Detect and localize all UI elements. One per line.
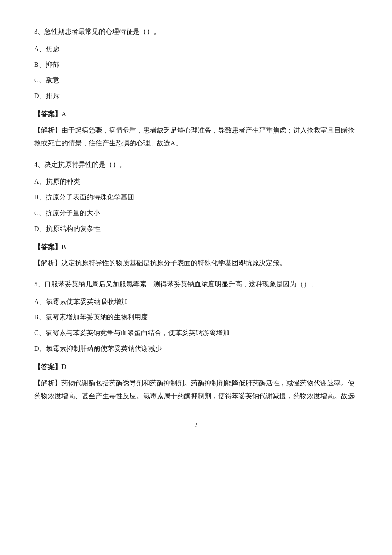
answer-3: 【答案】A — [34, 108, 358, 121]
option-3-a: A、焦虑 — [34, 43, 358, 55]
option-5-d: D、氯霉素抑制肝药酶使苯妥英钠代谢减少 — [34, 343, 358, 355]
option-3-d: D、排斥 — [34, 90, 358, 102]
question-5-text: 5、口服苯妥英纳几周后又加服氯霉素，测得苯妥英钠血浓度明显升高，这种现象是因为（… — [34, 278, 358, 291]
option-5-b: B、氯霉素增加苯妥英纳的生物利用度 — [34, 311, 358, 324]
question-4-text: 4、决定抗原特异性的是（）。 — [34, 159, 358, 171]
analysis-5: 【解析】药物代谢酶包括药酶诱导剂和药酶抑制剂。药酶抑制剂能降低肝药酶活性，减慢药… — [34, 377, 358, 403]
option-4-a: A、抗原的种类 — [34, 176, 358, 188]
option-4-c: C、抗原分子量的大小 — [34, 207, 358, 220]
answer-5: 【答案】D — [34, 361, 358, 373]
option-4-b: B、抗原分子表面的特殊化学基团 — [34, 191, 358, 204]
option-4-d: D、抗原结构的复杂性 — [34, 223, 358, 235]
question-5: 5、口服苯妥英纳几周后又加服氯霉素，测得苯妥英钠血浓度明显升高，这种现象是因为（… — [34, 278, 358, 403]
option-3-b: B、抑郁 — [34, 59, 358, 71]
question-4: 4、决定抗原特异性的是（）。 A、抗原的种类 B、抗原分子表面的特殊化学基团 C… — [34, 159, 358, 270]
analysis-3: 【解析】由于起病急骤，病情危重，患者缺乏足够心理准备，导致患者产生严重焦虑；进入… — [34, 124, 358, 150]
question-3: 3、急性期患者最常见的心理特征是（）。 A、焦虑 B、抑郁 C、敌意 D、排斥 … — [34, 26, 358, 150]
question-3-text: 3、急性期患者最常见的心理特征是（）。 — [34, 26, 358, 38]
option-5-a: A、氯霉素使苯妥英纳吸收增加 — [34, 296, 358, 308]
option-5-c: C、氯霉素与苯妥英钠竞争与血浆蛋白结合，使苯妥英钠游离增加 — [34, 327, 358, 339]
analysis-4: 【解析】决定抗原特异性的物质基础是抗原分子表面的特殊化学基团即抗原决定簇。 — [34, 257, 358, 269]
option-3-c: C、敌意 — [34, 74, 358, 87]
page-number: 2 — [34, 419, 358, 431]
answer-4: 【答案】B — [34, 241, 358, 254]
